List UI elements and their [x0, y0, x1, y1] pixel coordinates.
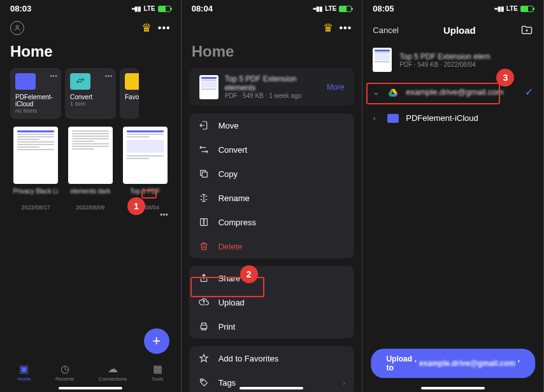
- folder-icon: [15, 73, 36, 90]
- profile-icon[interactable]: [10, 21, 24, 35]
- doc-item[interactable]: elements dark 2022/08/09: [65, 127, 116, 220]
- upload-file-info: Top 5 PDF Extension elem PDF · 549 KB · …: [399, 52, 490, 68]
- status-bar: 08:04 ▪▪▮▮ LTE: [182, 0, 362, 16]
- lte-label: LTE: [144, 5, 155, 12]
- folder-favorites[interactable]: Favori: [120, 68, 139, 119]
- battery-icon: [520, 6, 533, 12]
- rename-icon: [198, 193, 210, 203]
- crown-icon[interactable]: ♛: [323, 21, 333, 35]
- status-right: ▪▪▮▮ LTE: [131, 5, 170, 12]
- highlight-3: [366, 83, 500, 104]
- home-indicator[interactable]: [421, 387, 485, 389]
- badge-2: 2: [240, 265, 258, 283]
- action-compress[interactable]: Compress: [189, 210, 355, 234]
- delete-icon: [198, 241, 210, 251]
- doc-row: Privacy Black Li 2022/08/17 elements dar…: [0, 119, 181, 220]
- panel-actions: 08:04 ▪▪▮▮ LTE ♛ ••• Home Top 5 PDF Exte…: [182, 0, 363, 392]
- doc-more: •••: [120, 211, 171, 220]
- tab-bar: ▣Home ◷Recents ☁Connections ▦Tools: [0, 359, 181, 383]
- status-time: 08:05: [373, 4, 394, 13]
- fab-add[interactable]: +: [144, 328, 169, 354]
- action-print[interactable]: Print: [189, 314, 355, 339]
- home-indicator[interactable]: [240, 387, 303, 389]
- file-meta: PDF · 549 KB · 1 week ago: [225, 92, 320, 99]
- upload-file-meta: PDF · 549 KB · 2022/08/04: [399, 61, 490, 68]
- status-right: ▪▪▮▮ LTE: [313, 5, 352, 12]
- status-time: 08:04: [192, 4, 213, 13]
- cancel-button[interactable]: Cancel: [373, 25, 398, 35]
- status-time: 08:03: [10, 4, 31, 13]
- page-title: Home: [0, 40, 181, 68]
- action-convert[interactable]: Convert: [189, 137, 355, 162]
- new-folder-icon[interactable]: [520, 24, 533, 36]
- action-favorites[interactable]: Add to Favorites: [189, 346, 355, 370]
- action-list-1: Move Convert Copy Rename Compress Delete: [189, 113, 355, 258]
- card-more-icon[interactable]: •••: [50, 72, 57, 80]
- convert-icon: [198, 144, 210, 155]
- tab-tools[interactable]: ▦Tools: [152, 363, 164, 382]
- print-icon: [198, 321, 210, 332]
- tab-recents[interactable]: ◷Recents: [55, 363, 74, 382]
- panel-home: 08:03 ▪▪▮▮ LTE ♛ ••• Home ••• PDFelement…: [0, 0, 182, 392]
- action-move[interactable]: Move: [189, 113, 355, 137]
- tab-home[interactable]: ▣Home: [17, 363, 31, 382]
- signal-icon: ▪▪▮▮: [131, 5, 141, 12]
- chevron-right-icon: ›: [373, 113, 380, 123]
- dest-icloud[interactable]: › PDFelement-iCloud: [362, 106, 543, 130]
- move-icon: [198, 120, 210, 130]
- top-bar: ♛ •••: [0, 16, 181, 40]
- doc-date: 2022/08/17: [10, 204, 61, 211]
- crown-icon[interactable]: ♛: [141, 21, 152, 35]
- folder-name: Favori: [125, 94, 134, 101]
- panel-upload: 08:05 ▪▪▮▮ LTE Cancel Upload Top 5 PDF E…: [362, 0, 544, 392]
- doc-more-icon[interactable]: •••: [160, 211, 168, 220]
- compress-icon: [198, 217, 210, 227]
- folder-convert[interactable]: ••• Convert 1 item: [65, 68, 116, 119]
- file-thumb: [199, 75, 218, 99]
- folder-icloud[interactable]: ••• PDFelement-iCloud no items: [10, 68, 61, 119]
- upload-file-name: Top 5 PDF Extension elem: [399, 52, 490, 61]
- battery-icon: [158, 6, 171, 12]
- action-copy[interactable]: Copy: [189, 162, 355, 186]
- upload-header: Cancel Upload: [362, 16, 543, 44]
- action-rename[interactable]: Rename: [189, 186, 355, 210]
- tab-connections[interactable]: ☁Connections: [99, 363, 127, 382]
- signal-icon: ▪▪▮▮: [313, 5, 322, 12]
- page-title: Home: [182, 40, 362, 68]
- upload-file-row: Top 5 PDF Extension elem PDF · 549 KB · …: [362, 44, 543, 78]
- folder-sub: no items: [15, 108, 56, 114]
- svg-rect-3: [201, 325, 206, 328]
- svg-point-4: [201, 380, 203, 381]
- doc-thumb: [123, 127, 168, 184]
- dest-label: PDFelement-iCloud: [406, 113, 533, 123]
- svg-rect-1: [202, 172, 207, 177]
- doc-date: 2022/08/09: [65, 204, 116, 211]
- card-more-icon[interactable]: •••: [104, 72, 112, 80]
- doc-thumb: [68, 127, 113, 184]
- doc-item[interactable]: Privacy Black Li 2022/08/17: [10, 127, 61, 220]
- more-link[interactable]: More: [327, 83, 344, 92]
- status-bar: 08:05 ▪▪▮▮ LTE: [362, 0, 543, 16]
- home-indicator[interactable]: [59, 387, 122, 389]
- top-bar: ♛ •••: [182, 16, 362, 40]
- folder-icon: [125, 73, 139, 90]
- folder-icon: [387, 114, 399, 123]
- lte-label: LTE: [506, 5, 518, 12]
- battery-icon: [339, 6, 352, 12]
- folder-row: ••• PDFelement-iCloud no items ••• Conve…: [0, 68, 181, 119]
- copy-icon: [198, 169, 210, 179]
- upload-button[interactable]: Upload to 'example.drive@gmail.com': [371, 349, 535, 378]
- file-name: Top 5 PDF Extension elements: [225, 74, 320, 92]
- doc-title: Privacy Black Li: [10, 188, 61, 203]
- more-icon[interactable]: •••: [340, 22, 352, 34]
- file-header: Top 5 PDF Extension elements PDF · 549 K…: [189, 68, 355, 106]
- action-delete[interactable]: Delete: [189, 234, 355, 258]
- more-icon[interactable]: •••: [158, 22, 171, 34]
- file-thumb: [373, 48, 392, 72]
- status-bar: 08:03 ▪▪▮▮ LTE: [0, 0, 181, 16]
- folder-sub: 1 item: [70, 101, 111, 107]
- badge-1: 1: [127, 197, 145, 215]
- folder-name: Convert: [70, 94, 111, 101]
- signal-icon: ▪▪▮▮: [494, 5, 504, 12]
- home-icon: ▣: [19, 363, 29, 375]
